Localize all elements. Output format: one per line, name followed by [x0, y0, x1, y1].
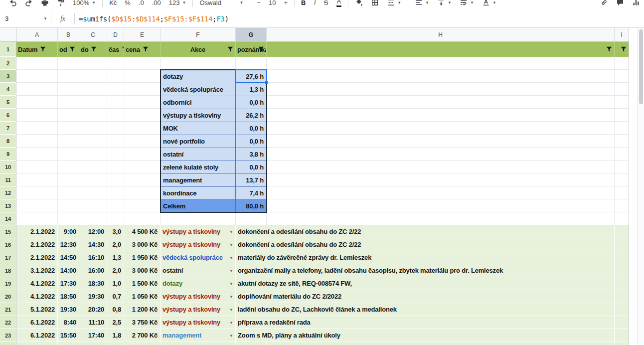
cell-G14[interactable]	[236, 212, 267, 225]
header-cell-B[interactable]: od	[58, 42, 79, 57]
summary-value[interactable]: 13,7 h	[236, 174, 267, 186]
filter-icon[interactable]	[227, 46, 233, 52]
column-header-I[interactable]: I	[615, 28, 629, 42]
cell-I4[interactable]	[615, 83, 629, 96]
cell-B22[interactable]: 8:40	[58, 316, 79, 329]
toolbar-increase-font-size[interactable]: +	[280, 0, 292, 6]
cell-D21[interactable]: 0,8	[107, 303, 124, 316]
column-header-E[interactable]: E	[124, 28, 161, 42]
cell-E15[interactable]: 4 500 Kč	[124, 225, 161, 238]
cell-F14[interactable]	[161, 212, 236, 225]
header-cell-E[interactable]: cena	[124, 42, 161, 57]
cell-H3[interactable]	[267, 70, 615, 83]
toolbar-vertical-align[interactable]: ▼	[433, 0, 456, 6]
cell-E17[interactable]: 1 950 Kč	[124, 251, 161, 264]
header-cell-F[interactable]: Akce	[161, 42, 236, 57]
header-cell-D[interactable]: čas	[107, 42, 124, 57]
cell-B8[interactable]	[58, 135, 79, 148]
cell-F20[interactable]: výstupy a tiskoviny▼	[161, 290, 236, 303]
cell-I15[interactable]	[615, 225, 629, 238]
cell-E8[interactable]	[124, 135, 161, 148]
cell-D16[interactable]: 2,0	[107, 238, 124, 251]
row-header-23[interactable]: 23	[0, 329, 16, 342]
cell-H4[interactable]	[267, 83, 615, 96]
cell-E21[interactable]: 1 200 Kč	[124, 303, 161, 316]
cell-I3[interactable]	[615, 70, 629, 83]
cell-F18[interactable]: ostatní▼	[161, 264, 236, 277]
summary-value[interactable]: 0,0 h	[236, 135, 267, 148]
cell-F19[interactable]: dotazy▼	[161, 277, 236, 290]
row-header-9[interactable]: 9	[0, 148, 16, 161]
cell-I23[interactable]	[615, 329, 629, 342]
row-header-22[interactable]: 22	[0, 316, 16, 329]
cell-A4[interactable]	[16, 83, 58, 96]
row-header-7[interactable]: 7	[0, 122, 16, 135]
row-header-3[interactable]: 3	[0, 70, 16, 83]
cell-H2[interactable]	[267, 57, 615, 70]
cell-I13[interactable]	[615, 199, 629, 212]
cell-H7[interactable]	[267, 122, 615, 135]
cell-C22[interactable]: 11:10	[79, 316, 107, 329]
cell-D12[interactable]	[107, 186, 124, 199]
cell-A3[interactable]	[16, 70, 58, 83]
cell-C12[interactable]	[79, 186, 107, 199]
cell-H6[interactable]	[267, 109, 615, 122]
cell-B15[interactable]: 9:00	[58, 225, 79, 238]
cell-A24[interactable]	[16, 342, 58, 345]
cell-G16[interactable]: dokončení a odesílání obsahu do ZC 2/22	[236, 238, 615, 251]
cell-D6[interactable]	[107, 109, 124, 122]
cell-G15[interactable]: dokončení a odesílání obsahu do ZC 2/22	[236, 225, 615, 238]
row-header-1[interactable]: 1	[0, 42, 16, 57]
cell-C9[interactable]	[79, 148, 107, 161]
cell-A17[interactable]: 2.1.2022	[16, 251, 58, 264]
cell-F22[interactable]: výstupy a tiskoviny▼	[161, 316, 236, 329]
cell-B12[interactable]	[58, 186, 79, 199]
cell-E10[interactable]	[124, 161, 161, 173]
dropdown-arrow-icon[interactable]: ▼	[229, 307, 233, 312]
toolbar-text-rotation[interactable]: ▼	[478, 0, 500, 6]
cell-I24[interactable]	[615, 342, 629, 345]
summary-label[interactable]: odborníci	[161, 96, 236, 109]
dropdown-arrow-icon[interactable]: ▼	[229, 294, 233, 299]
scrollbar-thumb[interactable]	[639, 29, 643, 104]
cell-G23[interactable]: Zoom s MD, plány a aktuální úkoly	[236, 329, 615, 342]
row-header-6[interactable]: 6	[0, 109, 16, 122]
cell-F2[interactable]	[161, 57, 236, 70]
cell-C16[interactable]: 14:30	[79, 238, 107, 251]
cell-C11[interactable]	[79, 173, 107, 186]
cell-D22[interactable]: 2,5	[107, 316, 124, 329]
cell-I5[interactable]	[615, 96, 629, 109]
cell-C21[interactable]: 20:20	[79, 303, 107, 316]
cell-B6[interactable]	[58, 109, 79, 122]
toolbar-bold[interactable]: B	[297, 0, 310, 6]
cell-B16[interactable]: 12:30	[58, 238, 79, 251]
cell-C18[interactable]: 16:00	[79, 264, 107, 277]
summary-label[interactable]: výstupy a tiskoviny	[161, 109, 236, 122]
cell-D14[interactable]	[107, 212, 124, 225]
cell-E5[interactable]	[124, 96, 161, 109]
cell-D5[interactable]	[107, 96, 124, 109]
row-header-21[interactable]: 21	[0, 303, 16, 316]
cell-C15[interactable]: 12:00	[79, 225, 107, 238]
cell-H11[interactable]	[267, 173, 615, 186]
cell-H9[interactable]	[267, 148, 615, 161]
header-cell-G[interactable]: poznámka	[236, 42, 267, 57]
cell-D9[interactable]	[107, 148, 124, 161]
cell-B17[interactable]: 14:50	[58, 251, 79, 264]
cell-D23[interactable]: 1,8	[107, 329, 124, 342]
cell-A11[interactable]	[16, 173, 58, 186]
dropdown-arrow-icon[interactable]: ▼	[229, 320, 233, 325]
filter-icon[interactable]	[258, 46, 264, 52]
row-header-10[interactable]: 10	[0, 161, 16, 173]
cell-I12[interactable]	[615, 186, 629, 199]
summary-label[interactable]: management	[161, 174, 236, 186]
cell-D11[interactable]	[107, 173, 124, 186]
cell-H14[interactable]	[267, 212, 615, 225]
cell-A23[interactable]: 6.1.2022	[16, 329, 58, 342]
cell-F17[interactable]: vědecká spolupráce▼	[161, 251, 236, 264]
cell-D8[interactable]	[107, 135, 124, 148]
toolbar-text-color[interactable]: A	[332, 0, 346, 7]
toolbar-more-formats[interactable]: 123▼	[165, 0, 190, 6]
cell-I21[interactable]	[615, 303, 629, 316]
cell-C3[interactable]	[79, 70, 107, 83]
